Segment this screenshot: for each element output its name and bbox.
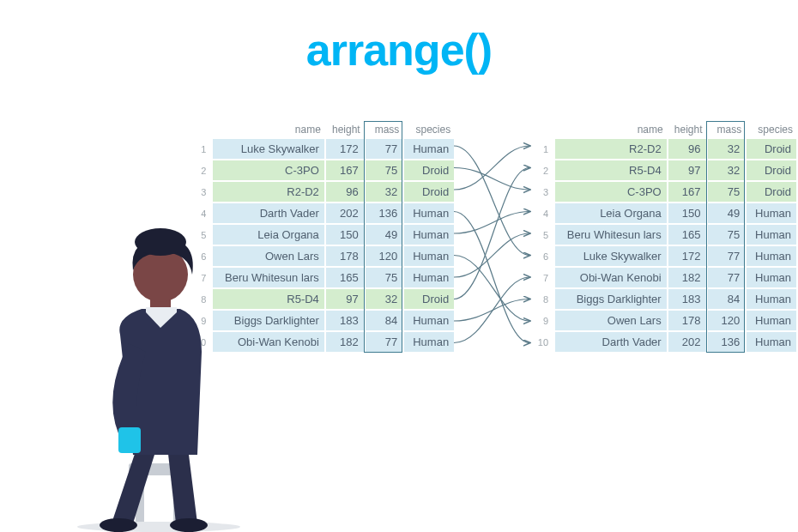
cell-height: 182: [326, 332, 364, 352]
mapping-arrow: [454, 233, 529, 277]
cell-height: 202: [668, 332, 706, 352]
table-row: 7Obi-Wan Kenobi18277Human: [533, 268, 796, 287]
table-row: 5Beru Whitesun lars16575Human: [533, 225, 796, 245]
table-row: 10Darth Vader202136Human: [533, 332, 796, 352]
row-index: 10: [533, 332, 553, 352]
mapping-arrow: [454, 212, 529, 343]
cell-name: Leia Organa: [555, 203, 667, 223]
cell-species: Human: [747, 311, 796, 330]
cell-mass: 32: [366, 289, 403, 309]
cell-height: 172: [668, 246, 706, 266]
right-table-wrap: name height mass species 1R2-D29632Droid…: [531, 120, 798, 354]
cell-species: Human: [747, 289, 796, 309]
col-header-species: species: [404, 122, 454, 137]
sorted-table: name height mass species 1R2-D29632Droid…: [531, 120, 798, 354]
row-index: 4: [533, 203, 553, 223]
row-index: 2: [190, 160, 211, 180]
cell-height: 172: [326, 139, 364, 159]
cell-height: 165: [668, 225, 706, 245]
cell-mass: 75: [708, 182, 746, 202]
cell-height: 96: [326, 182, 364, 202]
cell-name: C-3PO: [213, 160, 324, 180]
table-row: 2R5-D49732Droid: [533, 160, 796, 180]
cell-name: R5-D4: [555, 160, 667, 180]
row-index: 3: [533, 182, 553, 202]
col-header-mass: mass: [366, 122, 403, 137]
table-row: 4Darth Vader202136Human: [190, 203, 454, 223]
cell-height: 96: [668, 139, 706, 159]
cell-height: 167: [326, 160, 364, 180]
cell-height: 97: [668, 160, 706, 180]
cell-name: Beru Whitesun lars: [555, 225, 667, 245]
cell-mass: 136: [708, 332, 746, 352]
cell-species: Human: [404, 139, 454, 159]
cell-name: Obi-Wan Kenobi: [555, 268, 667, 287]
cell-height: 150: [326, 225, 364, 245]
cell-species: Human: [404, 332, 454, 352]
row-index: 5: [533, 225, 553, 245]
cell-species: Human: [747, 332, 796, 352]
cell-name: Luke Skywalker: [555, 246, 667, 266]
cell-species: Droid: [747, 160, 796, 180]
col-header-species: species: [747, 122, 796, 137]
mapping-arrow: [454, 146, 529, 256]
mapping-arrow: [454, 168, 529, 190]
cell-mass: 75: [366, 160, 403, 180]
cell-species: Human: [404, 311, 454, 330]
cell-name: Darth Vader: [213, 203, 324, 223]
cell-mass: 77: [366, 332, 403, 352]
row-index: 8: [533, 289, 553, 309]
table-row: 2C-3PO16775Droid: [190, 160, 454, 180]
mapping-arrow: [454, 212, 529, 234]
svg-point-5: [170, 518, 208, 532]
col-header-mass: mass: [708, 122, 746, 137]
row-index: 2: [533, 160, 553, 180]
cell-mass: 84: [366, 311, 403, 330]
cell-mass: 32: [708, 139, 746, 159]
cell-species: Droid: [404, 182, 454, 202]
cell-height: 97: [326, 289, 364, 309]
table-row: 3C-3PO16775Droid: [533, 182, 796, 202]
table-row: 6Luke Skywalker17277Human: [533, 246, 796, 266]
table-row: 3R2-D29632Droid: [190, 182, 454, 202]
cell-mass: 120: [708, 311, 746, 330]
row-index: 6: [533, 246, 553, 266]
cell-species: Human: [747, 203, 796, 223]
cell-mass: 77: [366, 139, 403, 159]
cell-height: 202: [326, 203, 364, 223]
row-index: 3: [190, 182, 211, 202]
cell-mass: 32: [708, 160, 746, 180]
cell-species: Human: [747, 225, 796, 245]
svg-point-10: [135, 228, 186, 256]
row-index: 4: [190, 203, 211, 223]
cell-species: Human: [747, 268, 796, 287]
cell-species: Droid: [747, 182, 796, 202]
cell-mass: 49: [708, 203, 746, 223]
mapping-arrows: [452, 136, 535, 359]
table-row: 1R2-D29632Droid: [533, 139, 796, 159]
cell-species: Human: [404, 225, 454, 245]
person-illustration: [17, 223, 275, 532]
cell-mass: 75: [366, 268, 403, 287]
cell-mass: 77: [708, 246, 746, 266]
cell-height: 167: [668, 182, 706, 202]
cell-name: Luke Skywalker: [213, 139, 324, 159]
svg-point-4: [100, 518, 137, 532]
cell-mass: 77: [708, 268, 746, 287]
cell-height: 165: [326, 268, 364, 287]
cell-species: Droid: [404, 160, 454, 180]
row-index: 1: [533, 139, 553, 159]
col-header-height: height: [668, 122, 706, 137]
table-row: 1Luke Skywalker17277Human: [190, 139, 454, 159]
col-header-name: name: [213, 122, 324, 137]
tables-container: name height mass species 1Luke Skywalker…: [189, 120, 798, 354]
cell-height: 183: [668, 289, 706, 309]
cell-height: 178: [326, 246, 364, 266]
cell-name: C-3PO: [555, 182, 667, 202]
col-header-height: height: [326, 122, 364, 137]
page-title: arrange(): [0, 24, 798, 76]
mapping-arrow: [454, 146, 529, 190]
cell-species: Human: [747, 246, 796, 266]
cell-species: Droid: [747, 139, 796, 159]
table-row: 4Leia Organa15049Human: [533, 203, 796, 223]
